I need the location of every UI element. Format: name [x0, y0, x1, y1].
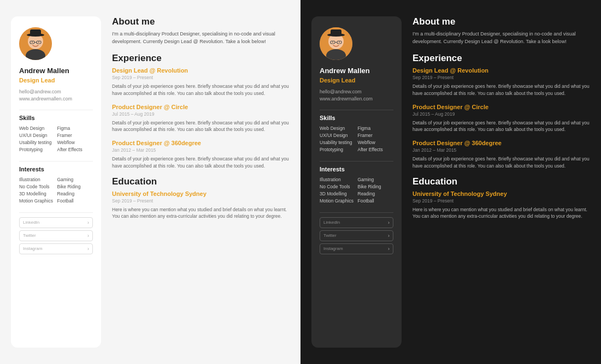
- job2-dates-light: Jul 2015 – Aug 2019: [112, 111, 290, 117]
- interest-3d: 3D Modelling: [19, 191, 55, 196]
- svg-point-18: [332, 41, 333, 43]
- interest-biking-dark: Bike Riding: [358, 184, 394, 189]
- job2-dates-dark: Jul 2015 – Aug 2019: [413, 111, 590, 117]
- skill-web-design: Web Design: [19, 126, 55, 131]
- profile-title-dark: Design Lead: [320, 77, 393, 83]
- profile-name-light: Andrew Mallen: [19, 67, 93, 75]
- social-linkedin-dark[interactable]: LinkedIn ›: [320, 217, 393, 228]
- divider-1: [19, 110, 93, 110]
- job1-desc-dark: Details of your job experience goes here…: [413, 83, 590, 97]
- interest-illustration: Illustration: [19, 177, 55, 182]
- skill-framer: Framer: [57, 133, 93, 138]
- edu-desc-dark: Here is where you can mention what you s…: [413, 206, 590, 220]
- edu-dates-dark: Sep 2019 – Present: [413, 198, 590, 204]
- job3-desc-light: Details of your job experience goes here…: [112, 156, 290, 170]
- social-linkedin-label-light: LinkedIn: [23, 220, 39, 225]
- edu-dates-light: Sep 2019 – Present: [112, 198, 290, 204]
- edu-school-dark: University of Technology Sydney: [413, 190, 590, 197]
- interest-3d-dark: 3D Modelling: [320, 191, 356, 196]
- divider-2: [19, 161, 93, 162]
- skill-prototyping: Prototyping: [19, 147, 55, 152]
- avatar-dark: [320, 27, 352, 60]
- interest-football: Football: [57, 198, 93, 204]
- interest-gaming-dark: Gaming: [358, 177, 394, 182]
- skill-ae: After Effects: [57, 147, 93, 152]
- job3-desc-dark: Details of your job experience goes here…: [413, 156, 590, 170]
- interest-motion: Motion Graphics: [19, 198, 55, 204]
- interests-heading-dark: Interests: [320, 166, 393, 172]
- interest-reading-dark: Reading: [358, 191, 394, 196]
- job3-dates-dark: Jan 2012 – Mar 2015: [413, 147, 590, 153]
- edu-heading-light: Education: [112, 176, 290, 187]
- main-content-dark: About me I'm a multi-disciplinary Produc…: [413, 16, 590, 348]
- social-twitter-arrow-light: ›: [87, 233, 89, 238]
- profile-email-light: hello@andrew.com: [19, 89, 93, 94]
- interests-grid-light: Illustration Gaming No Code Tools Bike R…: [19, 177, 93, 204]
- job1-title-dark: Design Lead @ Revolution: [413, 67, 590, 74]
- sidebar-card-light: Andrew Mallen Design Lead hello@andrew.c…: [11, 16, 101, 348]
- about-text-light: I'm a multi-disciplinary Product Designe…: [112, 31, 290, 45]
- social-instagram-light[interactable]: Instagram ›: [19, 243, 93, 254]
- sidebar-card-dark: Andrew Mallen Design Lead hello@andrew.c…: [311, 16, 402, 348]
- experience-heading-dark: Experience: [413, 53, 590, 64]
- social-twitter-label-light: Twitter: [23, 233, 36, 238]
- divider-dark-3: [320, 212, 393, 213]
- interest-gaming: Gaming: [57, 177, 93, 182]
- social-linkedin-arrow-dark: ›: [388, 220, 390, 225]
- edu-heading-dark: Education: [413, 176, 590, 187]
- divider-dark-2: [320, 161, 393, 162]
- main-content-light: About me I'm a multi-disciplinary Produc…: [112, 16, 290, 348]
- social-twitter-light[interactable]: Twitter ›: [19, 230, 93, 241]
- interest-reading: Reading: [57, 191, 93, 196]
- skill-webflow-dark: Webflow: [358, 140, 394, 145]
- svg-point-9: [38, 41, 39, 43]
- avatar: [19, 27, 52, 60]
- social-instagram-label-light: Instagram: [23, 246, 43, 251]
- interest-nocode-dark: No Code Tools: [320, 184, 356, 189]
- about-heading-dark: About me: [413, 16, 590, 27]
- edu-school-light: University of Technology Sydney: [112, 190, 290, 197]
- interest-nocode: No Code Tools: [19, 184, 55, 189]
- job2-title-light: Product Designer @ Circle: [112, 104, 290, 110]
- social-instagram-dark[interactable]: Instagram ›: [320, 243, 393, 254]
- job2-desc-dark: Details of your job experience goes here…: [413, 120, 590, 134]
- profile-name-dark: Andrew Mallen: [320, 67, 393, 75]
- skills-grid-light: Web Design Figma UX/UI Design Framer Usa…: [19, 126, 93, 152]
- skill-usability: Usability testing: [19, 140, 55, 145]
- experience-heading-light: Experience: [112, 53, 290, 64]
- profile-website-light: www.andrewmallen.com: [19, 96, 93, 102]
- social-twitter-arrow-dark: ›: [388, 233, 390, 238]
- svg-rect-4: [30, 29, 41, 36]
- skill-ux: UX/UI Design: [19, 133, 55, 138]
- social-twitter-label-dark: Twitter: [323, 233, 337, 238]
- social-linkedin-arrow-light: ›: [87, 220, 89, 225]
- job1-dates-light: Sep 2019 – Present: [112, 75, 290, 80]
- skill-webflow: Webflow: [57, 140, 93, 145]
- interest-biking: Bike Riding: [57, 184, 93, 189]
- job3-title-light: Product Designer @ 360degree: [112, 140, 290, 146]
- interests-heading-light: Interests: [19, 166, 93, 172]
- profile-title-light: Design Lead: [19, 77, 93, 83]
- skill-figma-dark: Figma: [358, 126, 394, 131]
- skill-ae-dark: After Effects: [358, 147, 394, 152]
- divider-3: [19, 212, 93, 213]
- about-heading-light: About me: [112, 16, 290, 27]
- svg-rect-14: [331, 29, 341, 36]
- job1-desc-light: Details of your job experience goes here…: [112, 83, 290, 97]
- job1-dates-dark: Sep 2019 – Present: [413, 75, 590, 80]
- social-instagram-label-dark: Instagram: [323, 246, 343, 251]
- skill-web-design-dark: Web Design: [320, 126, 356, 131]
- interest-football-dark: Football: [358, 198, 394, 204]
- job1-title-light: Design Lead @ Revolution: [112, 67, 290, 74]
- job2-desc-light: Details of your job experience goes here…: [112, 120, 290, 134]
- social-linkedin-label-dark: LinkedIn: [323, 220, 340, 225]
- interest-motion-dark: Motion Graphics: [320, 198, 356, 204]
- interests-grid-dark: Illustration Gaming No Code Tools Bike R…: [320, 177, 393, 204]
- svg-point-19: [339, 41, 340, 43]
- social-linkedin-light[interactable]: LinkedIn ›: [19, 217, 93, 228]
- skills-grid-dark: Web Design Figma UX/UI Design Framer Usa…: [320, 126, 393, 152]
- social-twitter-dark[interactable]: Twitter ›: [320, 230, 393, 241]
- skills-heading-dark: Skills: [320, 115, 393, 121]
- profile-website-dark: www.andrewmallen.com: [320, 96, 393, 102]
- skill-usability-dark: Usability testing: [320, 140, 356, 145]
